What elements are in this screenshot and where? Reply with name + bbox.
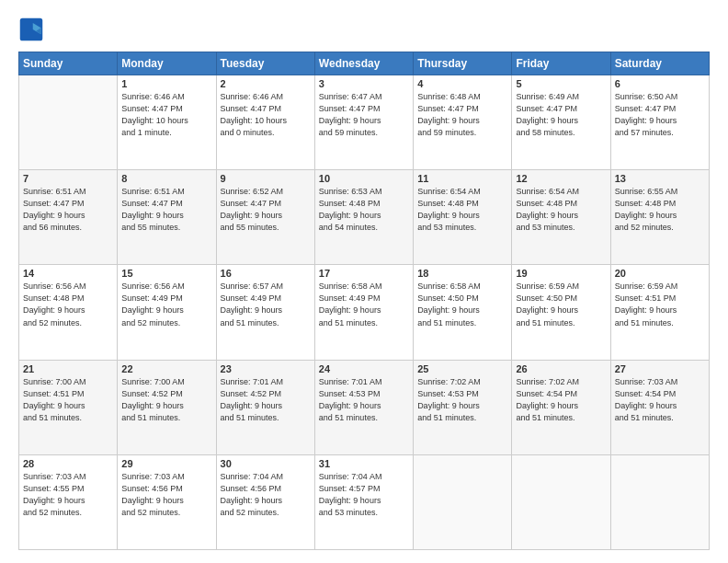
day-number: 10 (319, 173, 409, 184)
calendar-week-row: 14Sunrise: 6:56 AM Sunset: 4:48 PM Dayli… (19, 265, 710, 360)
calendar-week-row: 28Sunrise: 7:03 AM Sunset: 4:55 PM Dayli… (19, 454, 710, 549)
day-info: Sunrise: 7:03 AM Sunset: 4:56 PM Dayligh… (121, 471, 211, 519)
day-number: 29 (121, 458, 211, 469)
calendar-cell: 4Sunrise: 6:48 AM Sunset: 4:47 PM Daylig… (414, 75, 512, 170)
day-number: 13 (615, 173, 705, 184)
calendar-cell: 26Sunrise: 7:02 AM Sunset: 4:54 PM Dayli… (512, 360, 610, 454)
day-info: Sunrise: 6:58 AM Sunset: 4:50 PM Dayligh… (417, 281, 507, 328)
day-info: Sunrise: 7:00 AM Sunset: 4:51 PM Dayligh… (23, 376, 113, 424)
day-info: Sunrise: 6:53 AM Sunset: 4:48 PM Dayligh… (319, 186, 409, 234)
calendar-cell: 16Sunrise: 6:57 AM Sunset: 4:49 PM Dayli… (216, 265, 314, 360)
calendar-cell: 5Sunrise: 6:49 AM Sunset: 4:47 PM Daylig… (512, 75, 610, 170)
weekday-header: Friday (512, 52, 610, 75)
day-number: 7 (23, 173, 113, 184)
header (18, 17, 710, 42)
day-number: 25 (417, 363, 507, 374)
calendar-week-row: 1Sunrise: 6:46 AM Sunset: 4:47 PM Daylig… (19, 75, 710, 170)
calendar-cell: 28Sunrise: 7:03 AM Sunset: 4:55 PM Dayli… (19, 454, 118, 549)
day-info: Sunrise: 6:46 AM Sunset: 4:47 PM Dayligh… (221, 91, 311, 139)
day-number: 12 (516, 173, 606, 184)
day-number: 14 (23, 268, 113, 279)
day-number: 9 (221, 173, 311, 184)
day-info: Sunrise: 6:56 AM Sunset: 4:49 PM Dayligh… (121, 281, 211, 328)
day-number: 11 (417, 173, 507, 184)
day-info: Sunrise: 7:00 AM Sunset: 4:52 PM Dayligh… (121, 376, 211, 424)
page: SundayMondayTuesdayWednesdayThursdayFrid… (0, 0, 728, 563)
weekday-header: Sunday (19, 52, 118, 75)
day-number: 19 (516, 268, 606, 279)
weekday-header: Thursday (414, 52, 512, 75)
day-info: Sunrise: 6:46 AM Sunset: 4:47 PM Dayligh… (121, 91, 211, 139)
day-info: Sunrise: 7:04 AM Sunset: 4:57 PM Dayligh… (319, 471, 409, 519)
day-info: Sunrise: 7:01 AM Sunset: 4:53 PM Dayligh… (319, 376, 409, 424)
day-number: 20 (615, 268, 705, 279)
calendar-cell: 11Sunrise: 6:54 AM Sunset: 4:48 PM Dayli… (414, 170, 512, 265)
day-number: 2 (221, 78, 311, 89)
day-info: Sunrise: 6:55 AM Sunset: 4:48 PM Dayligh… (615, 186, 705, 234)
weekday-header: Saturday (610, 52, 709, 75)
day-info: Sunrise: 6:52 AM Sunset: 4:47 PM Dayligh… (221, 186, 311, 234)
calendar-table: SundayMondayTuesdayWednesdayThursdayFrid… (18, 52, 710, 550)
calendar-cell (19, 75, 118, 170)
calendar-cell: 27Sunrise: 7:03 AM Sunset: 4:54 PM Dayli… (610, 360, 709, 454)
calendar-cell: 29Sunrise: 7:03 AM Sunset: 4:56 PM Dayli… (118, 454, 216, 549)
calendar-cell: 14Sunrise: 6:56 AM Sunset: 4:48 PM Dayli… (19, 265, 118, 360)
weekday-header: Wednesday (314, 52, 413, 75)
calendar-cell: 23Sunrise: 7:01 AM Sunset: 4:52 PM Dayli… (216, 360, 314, 454)
day-info: Sunrise: 6:48 AM Sunset: 4:47 PM Dayligh… (417, 91, 507, 139)
day-number: 5 (516, 78, 606, 89)
day-info: Sunrise: 6:56 AM Sunset: 4:48 PM Dayligh… (23, 281, 113, 328)
calendar-cell: 18Sunrise: 6:58 AM Sunset: 4:50 PM Dayli… (414, 265, 512, 360)
day-info: Sunrise: 6:54 AM Sunset: 4:48 PM Dayligh… (516, 186, 606, 234)
calendar-cell (414, 454, 512, 549)
calendar-cell: 8Sunrise: 6:51 AM Sunset: 4:47 PM Daylig… (118, 170, 216, 265)
calendar-cell: 12Sunrise: 6:54 AM Sunset: 4:48 PM Dayli… (512, 170, 610, 265)
day-number: 23 (221, 363, 311, 374)
day-info: Sunrise: 6:51 AM Sunset: 4:47 PM Dayligh… (23, 186, 113, 234)
day-info: Sunrise: 7:03 AM Sunset: 4:54 PM Dayligh… (615, 376, 705, 424)
weekday-header: Tuesday (216, 52, 314, 75)
day-number: 3 (319, 78, 409, 89)
day-number: 16 (221, 268, 311, 279)
calendar-cell: 24Sunrise: 7:01 AM Sunset: 4:53 PM Dayli… (314, 360, 413, 454)
calendar-cell: 21Sunrise: 7:00 AM Sunset: 4:51 PM Dayli… (19, 360, 118, 454)
calendar-cell: 22Sunrise: 7:00 AM Sunset: 4:52 PM Dayli… (118, 360, 216, 454)
calendar-cell: 25Sunrise: 7:02 AM Sunset: 4:53 PM Dayli… (414, 360, 512, 454)
day-number: 26 (516, 363, 606, 374)
day-info: Sunrise: 7:03 AM Sunset: 4:55 PM Dayligh… (23, 471, 113, 519)
day-number: 4 (417, 78, 507, 89)
day-number: 8 (121, 173, 211, 184)
calendar-cell: 2Sunrise: 6:46 AM Sunset: 4:47 PM Daylig… (216, 75, 314, 170)
day-info: Sunrise: 7:04 AM Sunset: 4:56 PM Dayligh… (221, 471, 311, 519)
calendar-header-row: SundayMondayTuesdayWednesdayThursdayFrid… (19, 52, 710, 75)
day-number: 18 (417, 268, 507, 279)
calendar-cell: 3Sunrise: 6:47 AM Sunset: 4:47 PM Daylig… (314, 75, 413, 170)
calendar-cell: 17Sunrise: 6:58 AM Sunset: 4:49 PM Dayli… (314, 265, 413, 360)
day-info: Sunrise: 6:59 AM Sunset: 4:50 PM Dayligh… (516, 281, 606, 328)
calendar-cell: 10Sunrise: 6:53 AM Sunset: 4:48 PM Dayli… (314, 170, 413, 265)
calendar-week-row: 21Sunrise: 7:00 AM Sunset: 4:51 PM Dayli… (19, 360, 710, 454)
day-info: Sunrise: 6:50 AM Sunset: 4:47 PM Dayligh… (615, 91, 705, 139)
day-info: Sunrise: 6:47 AM Sunset: 4:47 PM Dayligh… (319, 91, 409, 139)
day-number: 24 (319, 363, 409, 374)
calendar-cell: 15Sunrise: 6:56 AM Sunset: 4:49 PM Dayli… (118, 265, 216, 360)
day-info: Sunrise: 6:58 AM Sunset: 4:49 PM Dayligh… (319, 281, 409, 328)
day-info: Sunrise: 6:57 AM Sunset: 4:49 PM Dayligh… (221, 281, 311, 328)
calendar-cell (512, 454, 610, 549)
day-number: 15 (121, 268, 211, 279)
logo-icon (18, 17, 44, 42)
day-info: Sunrise: 6:51 AM Sunset: 4:47 PM Dayligh… (121, 186, 211, 234)
calendar-cell: 30Sunrise: 7:04 AM Sunset: 4:56 PM Dayli… (216, 454, 314, 549)
day-number: 21 (23, 363, 113, 374)
day-info: Sunrise: 7:02 AM Sunset: 4:54 PM Dayligh… (516, 376, 606, 424)
day-info: Sunrise: 7:02 AM Sunset: 4:53 PM Dayligh… (417, 376, 507, 424)
calendar-cell: 9Sunrise: 6:52 AM Sunset: 4:47 PM Daylig… (216, 170, 314, 265)
logo (18, 17, 48, 42)
day-number: 6 (615, 78, 705, 89)
day-number: 30 (221, 458, 311, 469)
day-number: 1 (121, 78, 211, 89)
calendar-cell: 13Sunrise: 6:55 AM Sunset: 4:48 PM Dayli… (610, 170, 709, 265)
calendar-cell (610, 454, 709, 549)
day-number: 17 (319, 268, 409, 279)
calendar-cell: 20Sunrise: 6:59 AM Sunset: 4:51 PM Dayli… (610, 265, 709, 360)
